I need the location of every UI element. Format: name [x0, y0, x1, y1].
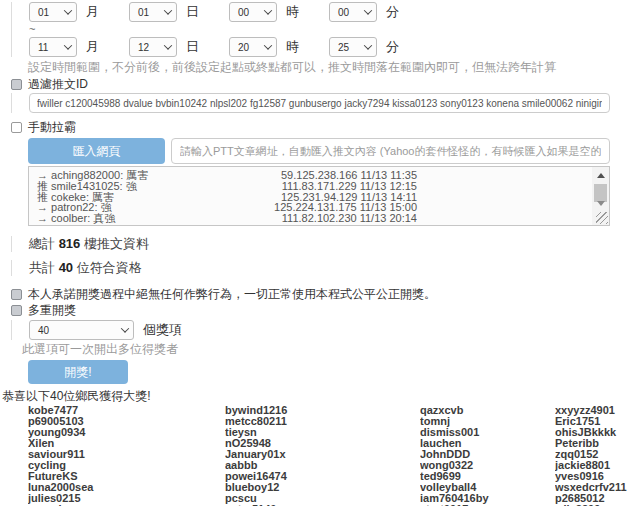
qualified-count: 40 [59, 260, 73, 275]
prize-unit-label: 個獎項 [143, 321, 182, 339]
winner-name: saviour911 [28, 449, 225, 460]
winner-name: p2685012 [555, 493, 640, 504]
qualified-stat: 共計 40 位符合資格 [29, 260, 640, 276]
chevron-down-icon [164, 6, 172, 14]
winners-headline: 恭喜以下40位鄉民獲得大獎! [2, 390, 640, 403]
winner-name: kobe7477 [28, 405, 225, 416]
winner-name: tomnj [420, 416, 555, 427]
import-url-input[interactable] [171, 138, 610, 164]
comment-ip-timestamp: 111.83.171.229 11/13 12:15 [233, 181, 417, 192]
scroll-up-icon [597, 173, 605, 178]
winner-name: JohnDDD [420, 449, 555, 460]
promise-row: 本人承諾開獎過程中絕無任何作弊行為，一切正常使用本程式公平公正開獎。 [11, 288, 640, 301]
winner-name: Xilen [28, 438, 225, 449]
qualified-stat-wrap: 共計 40 位符合資格 [11, 260, 640, 276]
winner-name: aabbb [225, 460, 420, 471]
promise-checkbox[interactable] [11, 289, 22, 300]
range-separator: ~ [29, 24, 640, 35]
comments-list: → aching882000: 厲害 59.125.238.166 11/13 … [37, 170, 589, 224]
winner-name: bywind1216 [225, 405, 420, 416]
winner-name: young0934 [28, 427, 225, 438]
time-from-row: 01 月 01 日 00 時 00 [29, 2, 640, 22]
comment-line: → coolber: 真強 111.82.102.230 11/13 20:14 [37, 213, 589, 224]
manual-pull-label: 手動拉霸 [28, 119, 76, 136]
scroll-down-button[interactable] [592, 196, 609, 210]
winner-name: FutureKS [28, 471, 225, 482]
from-hour-select[interactable]: 00 [229, 2, 277, 22]
winner-name: January01x [225, 449, 420, 460]
draw-button[interactable]: 開獎! [28, 360, 128, 384]
from-minute-value: 00 [338, 7, 349, 18]
hour-label: 時 [286, 38, 299, 56]
chevron-down-icon [364, 6, 372, 14]
manual-pull-checkbox[interactable] [11, 122, 22, 133]
winner-name: Peteribb [555, 438, 640, 449]
winner-name: powei16474 [225, 471, 420, 482]
winner-name: jackie8801 [555, 460, 640, 471]
total-comments-stat-wrap: 總計 816 樓推文資料 [11, 236, 640, 252]
total-comments-count: 816 [59, 236, 81, 251]
total-comments-stat: 總計 816 樓推文資料 [29, 236, 640, 252]
comment-author-text: → patron22: 強 [37, 202, 233, 213]
multi-draw-label: 多重開獎 [28, 302, 76, 319]
winner-name: p69005103 [28, 416, 225, 427]
to-minute-value: 25 [338, 42, 349, 53]
to-minute-select[interactable]: 25 [329, 37, 377, 57]
chevron-down-icon [64, 6, 72, 14]
from-month-select[interactable]: 01 [29, 2, 77, 22]
comment-author-text: → coolber: 真強 [37, 213, 233, 224]
minute-label: 分 [386, 38, 399, 56]
winner-name: qazxcvb [420, 405, 555, 416]
to-hour-select[interactable]: 20 [229, 37, 277, 57]
resize-grip-icon[interactable] [596, 212, 608, 224]
from-day-select[interactable]: 01 [129, 2, 177, 22]
from-month-value: 01 [38, 7, 49, 18]
chevron-down-icon [64, 41, 72, 49]
winner-name: pcscu [225, 493, 420, 504]
from-hour-value: 00 [238, 7, 249, 18]
from-minute-select[interactable]: 00 [329, 2, 377, 22]
scroll-down-icon [597, 201, 605, 206]
to-day-value: 12 [138, 42, 149, 53]
import-url-button[interactable]: 匯入網頁 [28, 138, 165, 164]
filter-id-input-wrap [11, 93, 640, 113]
winner-name: volleyball4 [420, 482, 555, 493]
scroll-up-button[interactable] [592, 168, 609, 182]
prize-count-select[interactable]: 40 [29, 320, 134, 340]
comment-ip-timestamp: 111.82.102.230 11/13 20:14 [233, 213, 417, 224]
chevron-down-icon [264, 41, 272, 49]
winner-name: ted9699 [420, 471, 555, 482]
filter-id-row: 過濾推文ID [11, 78, 640, 91]
winner-name: nO25948 [225, 438, 420, 449]
winner-name: tieysn [225, 427, 420, 438]
chevron-down-icon [264, 6, 272, 14]
filter-id-input[interactable] [29, 93, 610, 113]
multi-draw-hint: 此選項可一次開出多位得獎者 [22, 343, 640, 356]
to-day-select[interactable]: 12 [129, 37, 177, 57]
time-range-hint: 設定時間範圍，不分前後，前後設定起點或終點都可以，推文時間落在範圍內即可，但無法… [28, 61, 640, 74]
comments-textarea[interactable]: → aching882000: 厲害 59.125.238.166 11/13 … [28, 166, 610, 226]
winner-name: lauchen [420, 438, 555, 449]
comment-line: 推 smile1431025: 強 111.83.171.229 11/13 1… [37, 181, 589, 192]
winner-name: blueboy12 [225, 482, 420, 493]
winner-name: wsxedcrfv211 [555, 482, 640, 493]
to-month-select[interactable]: 11 [29, 37, 77, 57]
winner-name: dismiss001 [420, 427, 555, 438]
winners-grid: kobe7477 bywind1216 qazxcvb xxyyzz4901 p… [28, 405, 640, 506]
filter-id-label: 過濾推文ID [28, 76, 88, 93]
minute-label: 分 [386, 3, 399, 21]
chevron-down-icon [121, 324, 129, 332]
winner-name: Eric1751 [555, 416, 640, 427]
manual-pull-row: 手動拉霸 [11, 121, 640, 134]
prize-count-wrap: 40 個獎項 [11, 320, 640, 340]
filter-id-checkbox[interactable] [11, 79, 22, 90]
multi-draw-checkbox[interactable] [11, 305, 22, 316]
to-month-value: 11 [38, 42, 48, 53]
chevron-down-icon [364, 41, 372, 49]
time-to-row: 11 月 12 日 20 時 25 [29, 37, 640, 57]
prize-count-value: 40 [38, 325, 49, 336]
winner-name: ohisJBkkkk [555, 427, 640, 438]
winner-name: iam760416by [420, 493, 555, 504]
winner-name: yves0916 [555, 471, 640, 482]
month-label: 月 [86, 38, 99, 56]
